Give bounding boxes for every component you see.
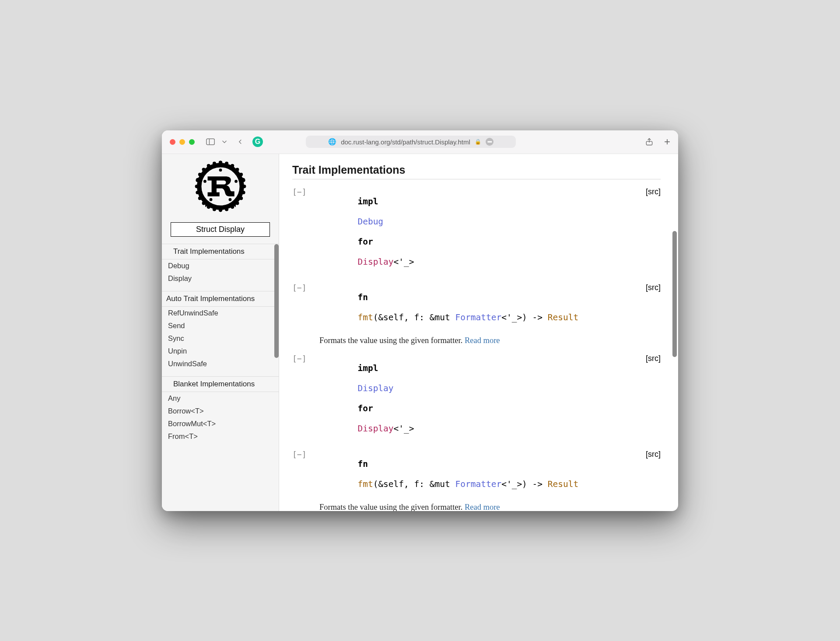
sidebar-item-debug[interactable]: Debug xyxy=(162,259,279,272)
impl-display: [−] impl Display for Display<'_> [src] xyxy=(292,353,661,444)
svg-point-21 xyxy=(202,201,205,205)
read-more-link[interactable]: Read more xyxy=(465,336,500,345)
browser-titlebar: G 🌐 doc.rust-lang.org/std/path/struct.Di… xyxy=(162,130,678,154)
trait-link-debug[interactable]: Debug xyxy=(357,217,383,227)
sidebar-scrollbar[interactable] xyxy=(274,244,279,358)
svg-point-37 xyxy=(228,198,231,201)
struct-link-display[interactable]: Display xyxy=(357,424,393,434)
section-trait-implementations: Trait Implementations xyxy=(292,164,661,179)
svg-point-35 xyxy=(219,168,222,172)
collapse-toggle[interactable]: [−] xyxy=(292,282,302,292)
chevron-down-icon xyxy=(220,138,228,146)
page-actions-icon[interactable]: ••• xyxy=(486,138,494,146)
sidebar-item-unpin[interactable]: Unpin xyxy=(162,345,279,357)
sidebar-item-display[interactable]: Display xyxy=(162,272,279,285)
sidebar-item-sync[interactable]: Sync xyxy=(162,332,279,345)
svg-point-14 xyxy=(239,196,243,200)
fn-link-fmt[interactable]: fmt xyxy=(357,312,373,322)
svg-point-36 xyxy=(234,180,238,183)
svg-point-39 xyxy=(203,180,206,183)
type-link-result[interactable]: Result xyxy=(548,312,578,322)
svg-point-10 xyxy=(239,172,243,176)
minimize-window-button[interactable] xyxy=(179,139,185,145)
rust-logo-icon xyxy=(194,160,247,213)
docs-main: Trait Implementations [−] impl Debug for… xyxy=(279,154,678,511)
svg-point-7 xyxy=(224,161,228,165)
svg-point-16 xyxy=(231,205,234,209)
sidebar-icon xyxy=(206,138,215,145)
sidebar-item-from[interactable]: From<T> xyxy=(162,430,279,443)
svg-point-20 xyxy=(206,205,210,209)
sidebar-item-borrowmut[interactable]: BorrowMut<T> xyxy=(162,417,279,430)
collapse-toggle[interactable]: [−] xyxy=(292,353,302,363)
sidebar-item-unwindsafe[interactable]: UnwindSafe xyxy=(162,357,279,370)
collapse-toggle[interactable]: [−] xyxy=(292,449,302,459)
svg-point-27 xyxy=(202,168,205,171)
svg-point-12 xyxy=(242,184,246,188)
type-link-formatter[interactable]: Formatter xyxy=(455,312,501,322)
close-window-button[interactable] xyxy=(170,139,175,145)
svg-point-26 xyxy=(198,172,201,176)
back-button[interactable] xyxy=(234,136,246,148)
svg-point-15 xyxy=(235,201,239,205)
svg-point-23 xyxy=(196,190,199,194)
svg-point-9 xyxy=(235,168,239,171)
method-doc: Formats the value using the given format… xyxy=(319,503,661,511)
source-link[interactable]: [src] xyxy=(646,282,661,292)
svg-point-13 xyxy=(242,190,245,194)
sidebar-item-borrow[interactable]: Borrow<T> xyxy=(162,405,279,417)
url-text: doc.rust-lang.org/std/path/struct.Displa… xyxy=(341,138,470,146)
sidebar-item-any[interactable]: Any xyxy=(162,392,279,405)
svg-point-24 xyxy=(195,184,198,188)
lock-icon: 🔒 xyxy=(475,139,481,145)
docs-sidebar: Struct Display Trait Implementations Deb… xyxy=(162,154,279,511)
browser-window: G 🌐 doc.rust-lang.org/std/path/struct.Di… xyxy=(162,130,678,511)
svg-point-22 xyxy=(198,196,201,200)
svg-point-17 xyxy=(224,207,228,211)
trait-link-display[interactable]: Display xyxy=(357,383,393,393)
main-scrollbar[interactable] xyxy=(672,231,677,357)
rust-logo[interactable] xyxy=(162,154,279,219)
sidebar-struct-title: Struct Display xyxy=(171,222,270,237)
method-fmt-debug: [−] fn fmt(&self, f: &mut Formatter<'_>)… xyxy=(292,282,661,333)
sidebar-section-auto-trait-impls[interactable]: Auto Trait Implementations xyxy=(162,291,279,307)
type-link-formatter[interactable]: Formatter xyxy=(455,479,501,489)
site-settings-icon: 🌐 xyxy=(328,138,336,146)
read-more-link[interactable]: Read more xyxy=(465,503,500,511)
sidebar-toggle-button[interactable] xyxy=(204,136,217,148)
svg-point-18 xyxy=(218,208,222,212)
method-doc: Formats the value using the given format… xyxy=(319,336,661,345)
new-tab-button[interactable]: + xyxy=(664,136,670,148)
source-link[interactable]: [src] xyxy=(646,449,661,459)
page-content: Struct Display Trait Implementations Deb… xyxy=(162,154,678,511)
tab-group-dropdown[interactable] xyxy=(218,136,231,148)
sidebar-section-blanket-impls[interactable]: Blanket Implementations xyxy=(162,376,279,392)
svg-point-8 xyxy=(231,164,234,167)
svg-point-28 xyxy=(206,164,210,167)
svg-point-19 xyxy=(212,207,216,211)
window-controls xyxy=(170,139,195,145)
source-link[interactable]: [src] xyxy=(646,353,661,363)
svg-point-38 xyxy=(209,198,212,201)
share-icon xyxy=(645,137,654,146)
struct-link-display[interactable]: Display xyxy=(357,257,393,267)
grammarly-extension-icon[interactable]: G xyxy=(252,137,263,147)
address-bar[interactable]: 🌐 doc.rust-lang.org/std/path/struct.Disp… xyxy=(306,136,516,148)
share-button[interactable] xyxy=(643,136,655,148)
fn-link-fmt[interactable]: fmt xyxy=(357,479,373,489)
type-link-result[interactable]: Result xyxy=(548,479,578,489)
source-link[interactable]: [src] xyxy=(646,186,661,196)
svg-point-29 xyxy=(212,161,216,165)
svg-rect-0 xyxy=(206,139,214,144)
method-fmt-display: [−] fn fmt(&self, f: &mut Formatter<'_>)… xyxy=(292,449,661,499)
impl-debug: [−] impl Debug for Display<'_> [src] xyxy=(292,186,661,277)
maximize-window-button[interactable] xyxy=(189,139,195,145)
sidebar-section-trait-impls[interactable]: Trait Implementations xyxy=(162,244,279,259)
collapse-toggle[interactable]: [−] xyxy=(292,186,302,196)
chevron-left-icon xyxy=(236,138,244,146)
sidebar-item-send[interactable]: Send xyxy=(162,319,279,332)
sidebar-item-refunwindsafe[interactable]: RefUnwindSafe xyxy=(162,307,279,319)
